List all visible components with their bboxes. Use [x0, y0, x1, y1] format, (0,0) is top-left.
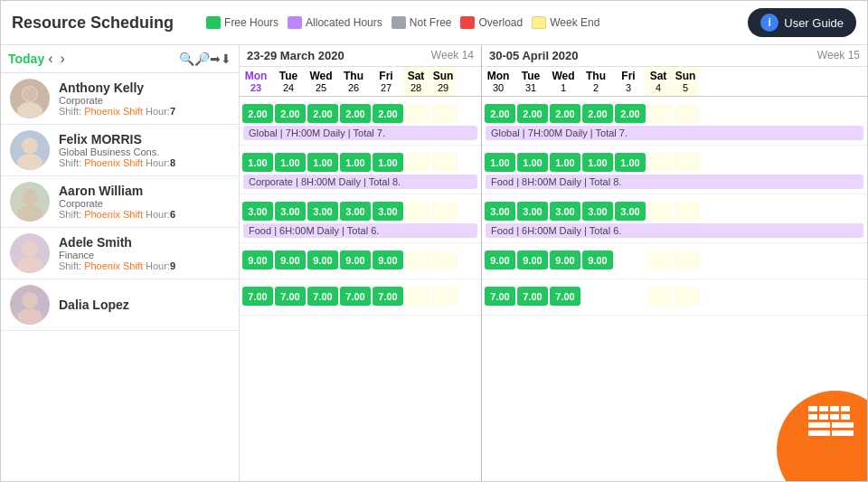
resource-details-adele: Adele Smith Finance Shift: Phoenix Shift… [59, 235, 230, 271]
resource-hours-adele: 9 [170, 260, 175, 271]
row-spacer [482, 271, 867, 279]
day-header-Fri-27: Fri27 [370, 67, 402, 96]
overload-label: Overload [478, 16, 523, 29]
svg-point-3 [23, 87, 37, 101]
cal-row-adele: 9.009.009.009.00 [482, 243, 867, 279]
cal-cell-aaron-1: 3.00 [517, 202, 548, 221]
cal-hours-felix: 1.001.001.001.001.00 [482, 146, 867, 174]
cal-cell-adele-2: 9.00 [550, 250, 580, 269]
legend-weekend: Week End [532, 16, 599, 29]
day-num: 28 [410, 82, 421, 93]
week2-title-bar: 30-05 April 2020 Week 15 [482, 45, 867, 67]
cal-row-adele: 9.009.009.009.009.00 [240, 243, 481, 279]
cal-cell-anthony-4: 2.00 [373, 104, 403, 123]
cal-cell-adele-6 [675, 250, 700, 269]
resource-shift-aaron: Shift: Phoenix Shift Hour:6 [59, 209, 230, 220]
cal-cell-anthony-0: 2.00 [242, 104, 273, 123]
cal-cell-adele-0: 9.00 [485, 250, 515, 269]
cal-cell-adele-6 [432, 250, 458, 269]
prev-button[interactable]: ‹ [44, 49, 56, 69]
cal-cell-adele-2: 9.00 [307, 250, 338, 269]
cal-cell-dalia-4 [615, 287, 646, 306]
cal-cell-anthony-1: 2.00 [517, 104, 548, 123]
cal-cell-anthony-5 [405, 104, 430, 123]
cal-cell-adele-3: 9.00 [582, 250, 613, 269]
free-hours-label: Free Hours [224, 16, 278, 29]
cal-cell-felix-5 [647, 153, 673, 172]
next-button[interactable]: › [57, 49, 69, 69]
cal-label-felix: Corporate | 8H:00M Daily | Total 8. [243, 175, 477, 189]
cal-cell-dalia-5 [405, 287, 430, 306]
week1-header: 23-29 March 2020 Week 14 Mon23Tue24Wed25… [240, 45, 482, 96]
cal-row-anthony: 2.002.002.002.002.00Global | 7H:00M Dail… [482, 97, 867, 146]
shift-link-adele[interactable]: Phoenix Shift [84, 260, 143, 271]
day-name: Fri [621, 70, 635, 82]
cal-row-dalia: 7.007.007.007.007.00 [240, 279, 481, 316]
sidebar-controls: Today ‹ › 🔍 🔎 ➡ ⬇ [1, 45, 239, 73]
day-name: Sun [675, 70, 696, 82]
resource-info-adele: Adele Smith Finance Shift: Phoenix Shift… [1, 228, 239, 279]
calendar-header: 23-29 March 2020 Week 14 Mon23Tue24Wed25… [240, 45, 867, 97]
download-button[interactable]: ⬇ [221, 52, 231, 66]
cal-hours-anthony: 2.002.002.002.002.00 [240, 97, 481, 125]
cal-cell-felix-4: 1.00 [373, 153, 403, 172]
cal-cell-felix-1: 1.00 [517, 153, 548, 172]
cal-cell-aaron-5 [405, 202, 430, 221]
cal-cell-anthony-2: 2.00 [550, 104, 580, 123]
day-name: Fri [379, 70, 392, 82]
cal-cell-aaron-4: 3.00 [373, 202, 403, 221]
resource-hours-felix: 8 [170, 157, 175, 168]
today-link[interactable]: Today [8, 52, 44, 66]
avatar-adele [10, 233, 50, 273]
search-button[interactable]: 🔍 [179, 52, 194, 66]
day-name: Sat [408, 70, 425, 82]
resource-list: Anthony Kelly Corporate Shift: Phoenix S… [1, 73, 239, 481]
free-hours-dot [206, 16, 221, 29]
cal-cell-felix-1: 1.00 [275, 153, 306, 172]
resource-info-dalia: Dalia Lopez [1, 279, 239, 330]
day-name: Sat [650, 70, 667, 82]
day-num: 1 [561, 82, 566, 93]
cal-cell-dalia-3: 7.00 [340, 287, 371, 306]
day-num: 26 [348, 82, 359, 93]
cal-cell-aaron-3: 3.00 [340, 202, 371, 221]
legend-allocated: Allocated Hours [288, 16, 382, 29]
cal-cell-aaron-3: 3.00 [582, 202, 613, 221]
resource-info-felix: Felix MORRIS Global Business Cons. Shift… [1, 125, 239, 175]
day-name: Sun [433, 70, 454, 82]
cal-cell-dalia-2: 7.00 [550, 287, 580, 306]
shift-link-felix[interactable]: Phoenix Shift [84, 157, 143, 168]
cal-label-felix: Food | 8H:00M Daily | Total 8. [486, 175, 863, 189]
shift-link-anthony[interactable]: Phoenix Shift [84, 106, 143, 117]
cal-cell-anthony-3: 2.00 [582, 104, 613, 123]
day-name: Mon [245, 70, 268, 82]
week2-days-bar: Mon30Tue31Wed1Thu2Fri3Sat4Sun5 [482, 67, 867, 96]
week1-title-bar: 23-29 March 2020 Week 14 [240, 45, 481, 67]
resource-details-dalia: Dalia Lopez [59, 298, 230, 312]
cal-cell-adele-0: 9.00 [242, 250, 273, 269]
grid-icon-decoration [808, 406, 854, 436]
cal-cell-anthony-4: 2.00 [615, 104, 646, 123]
shift-link-aaron[interactable]: Phoenix Shift [84, 209, 143, 220]
cal-hours-aaron: 3.003.003.003.003.00 [240, 194, 481, 222]
day-header-Sat-4: Sat4 [645, 67, 672, 96]
cal-hours-adele: 9.009.009.009.009.00 [240, 243, 481, 271]
zoom-button[interactable]: 🔎 [194, 52, 210, 66]
day-header-Mon-23: Mon23 [240, 67, 272, 96]
day-header-Fri-3: Fri3 [612, 67, 645, 96]
legend: Free Hours Allocated Hours Not Free Over… [206, 16, 733, 29]
avatar-dalia [10, 285, 50, 325]
cal-cell-adele-4 [615, 250, 646, 269]
cal-cell-aaron-0: 3.00 [242, 202, 273, 221]
resource-row-dalia: Dalia Lopez [1, 279, 239, 331]
user-guide-button[interactable]: i User Guide [748, 8, 856, 37]
legend-notfree: Not Free [392, 16, 452, 29]
cal-row-aaron: 3.003.003.003.003.00Food | 6H:00M Daily … [482, 194, 867, 243]
day-name: Thu [586, 70, 606, 82]
cal-cell-aaron-5 [647, 202, 673, 221]
cal-cell-felix-0: 1.00 [485, 153, 515, 172]
cal-cell-anthony-0: 2.00 [485, 104, 515, 123]
resource-details-anthony: Anthony Kelly Corporate Shift: Phoenix S… [59, 80, 230, 117]
resource-shift-anthony: Shift: Phoenix Shift Hour:7 [59, 106, 230, 117]
back-button[interactable]: ➡ [210, 52, 221, 66]
